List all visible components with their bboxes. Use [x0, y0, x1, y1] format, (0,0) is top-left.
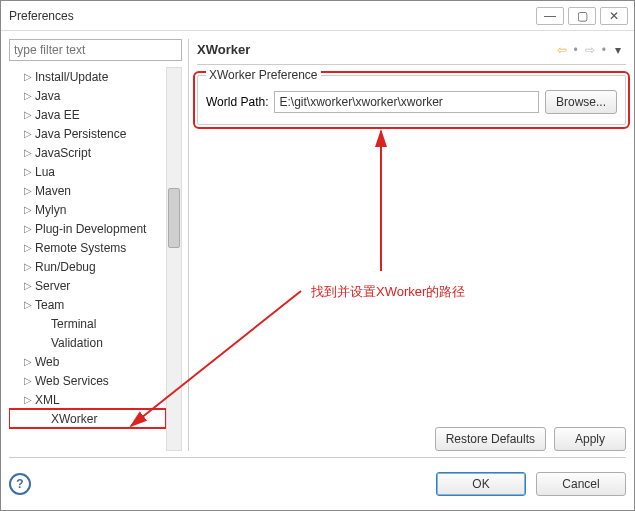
twisty-icon[interactable]: ▷: [23, 109, 33, 120]
tree-item-xml[interactable]: ▷XML: [9, 390, 166, 409]
tree-item-plug-in-development[interactable]: ▷Plug-in Development: [9, 219, 166, 238]
tree-item-web-services[interactable]: ▷Web Services: [9, 371, 166, 390]
restore-defaults-button[interactable]: Restore Defaults: [435, 427, 546, 451]
tree-item-server[interactable]: ▷Server: [9, 276, 166, 295]
tree-item-label: Web Services: [35, 374, 109, 388]
tree-item-label: Lua: [35, 165, 55, 179]
tree-item-label: Remote Systems: [35, 241, 126, 255]
window-title: Preferences: [7, 9, 532, 23]
twisty-icon[interactable]: ▷: [23, 147, 33, 158]
tree-item-web[interactable]: ▷Web: [9, 352, 166, 371]
menu-dropdown-icon[interactable]: ▾: [610, 42, 626, 58]
tree-scrollbar[interactable]: [166, 67, 182, 451]
bottom-bar: ? OK Cancel: [9, 458, 626, 502]
tree-item-label: Server: [35, 279, 70, 293]
xworker-preference-group: XWorker Preference World Path: Browse...: [197, 75, 626, 125]
minimize-icon: —: [544, 9, 556, 23]
left-pane: ▷Install/Update▷Java▷Java EE▷Java Persis…: [9, 39, 189, 451]
tree-item-lua[interactable]: ▷Lua: [9, 162, 166, 181]
twisty-icon[interactable]: ▷: [23, 356, 33, 367]
tree-item-terminal[interactable]: Terminal: [9, 314, 166, 333]
world-path-input[interactable]: [274, 91, 539, 113]
filter-input[interactable]: [9, 39, 182, 61]
client-area: ▷Install/Update▷Java▷Java EE▷Java Persis…: [1, 31, 634, 510]
tree-item-java[interactable]: ▷Java: [9, 86, 166, 105]
tree-item-label: Java: [35, 89, 60, 103]
twisty-icon[interactable]: ▷: [23, 204, 33, 215]
preferences-tree[interactable]: ▷Install/Update▷Java▷Java EE▷Java Persis…: [9, 67, 166, 451]
tree-item-label: XML: [35, 393, 60, 407]
page-title: XWorker: [197, 42, 554, 57]
forward-icon[interactable]: ⇨: [582, 42, 598, 58]
tree-item-label: Terminal: [51, 317, 96, 331]
world-path-row: World Path: Browse...: [206, 90, 617, 114]
twisty-icon[interactable]: ▷: [23, 394, 33, 405]
tree-item-xworker[interactable]: XWorker: [9, 409, 166, 428]
tree-item-label: Install/Update: [35, 70, 108, 84]
tree-item-label: Maven: [35, 184, 71, 198]
twisty-icon[interactable]: ▷: [23, 90, 33, 101]
tree-item-maven[interactable]: ▷Maven: [9, 181, 166, 200]
tree-item-label: Plug-in Development: [35, 222, 146, 236]
help-button[interactable]: ?: [9, 473, 31, 495]
twisty-icon[interactable]: ▷: [23, 242, 33, 253]
twisty-icon[interactable]: ▷: [23, 223, 33, 234]
tree-item-remote-systems[interactable]: ▷Remote Systems: [9, 238, 166, 257]
scrollbar-thumb[interactable]: [168, 188, 180, 248]
tree-item-label: Web: [35, 355, 59, 369]
twisty-icon[interactable]: ▷: [23, 280, 33, 291]
world-path-label: World Path:: [206, 95, 268, 109]
twisty-icon[interactable]: ▷: [23, 128, 33, 139]
back-icon[interactable]: ⇦: [554, 42, 570, 58]
tree-item-run-debug[interactable]: ▷Run/Debug: [9, 257, 166, 276]
close-icon: ✕: [609, 9, 619, 23]
help-icon: ?: [16, 477, 23, 491]
tree-item-label: Team: [35, 298, 64, 312]
tree-item-javascript[interactable]: ▷JavaScript: [9, 143, 166, 162]
cancel-button[interactable]: Cancel: [536, 472, 626, 496]
upper-area: ▷Install/Update▷Java▷Java EE▷Java Persis…: [9, 39, 626, 451]
twisty-icon[interactable]: ▷: [23, 261, 33, 272]
preferences-window: Preferences — ▢ ✕ ▷Install/Update▷Java▷J…: [0, 0, 635, 511]
tree-item-label: Validation: [51, 336, 103, 350]
tree-item-label: Run/Debug: [35, 260, 96, 274]
tree-item-install-update[interactable]: ▷Install/Update: [9, 67, 166, 86]
tree-item-label: Java EE: [35, 108, 80, 122]
minimize-button[interactable]: —: [536, 7, 564, 25]
twisty-icon[interactable]: ▷: [23, 299, 33, 310]
tree-item-label: XWorker: [51, 412, 97, 426]
tree-item-label: Mylyn: [35, 203, 66, 217]
close-button[interactable]: ✕: [600, 7, 628, 25]
tree-wrap: ▷Install/Update▷Java▷Java EE▷Java Persis…: [9, 67, 182, 451]
group-legend: XWorker Preference: [206, 68, 321, 82]
twisty-icon[interactable]: ▷: [23, 375, 33, 386]
tree-item-team[interactable]: ▷Team: [9, 295, 166, 314]
nav-icons: ⇦ • ⇨ • ▾: [554, 42, 626, 58]
twisty-icon[interactable]: ▷: [23, 185, 33, 196]
tree-item-label: Java Persistence: [35, 127, 126, 141]
titlebar: Preferences — ▢ ✕: [1, 1, 634, 31]
tree-item-label: JavaScript: [35, 146, 91, 160]
tree-item-java-persistence[interactable]: ▷Java Persistence: [9, 124, 166, 143]
maximize-button[interactable]: ▢: [568, 7, 596, 25]
tree-item-java-ee[interactable]: ▷Java EE: [9, 105, 166, 124]
tree-item-validation[interactable]: Validation: [9, 333, 166, 352]
ok-button[interactable]: OK: [436, 472, 526, 496]
apply-button[interactable]: Apply: [554, 427, 626, 451]
twisty-icon[interactable]: ▷: [23, 166, 33, 177]
right-lower-buttons: Restore Defaults Apply: [197, 419, 626, 451]
maximize-icon: ▢: [577, 9, 588, 23]
right-header: XWorker ⇦ • ⇨ • ▾: [197, 39, 626, 65]
right-pane: XWorker ⇦ • ⇨ • ▾ XWorker Preference Wor…: [197, 39, 626, 451]
twisty-icon[interactable]: ▷: [23, 71, 33, 82]
browse-button[interactable]: Browse...: [545, 90, 617, 114]
tree-item-mylyn[interactable]: ▷Mylyn: [9, 200, 166, 219]
